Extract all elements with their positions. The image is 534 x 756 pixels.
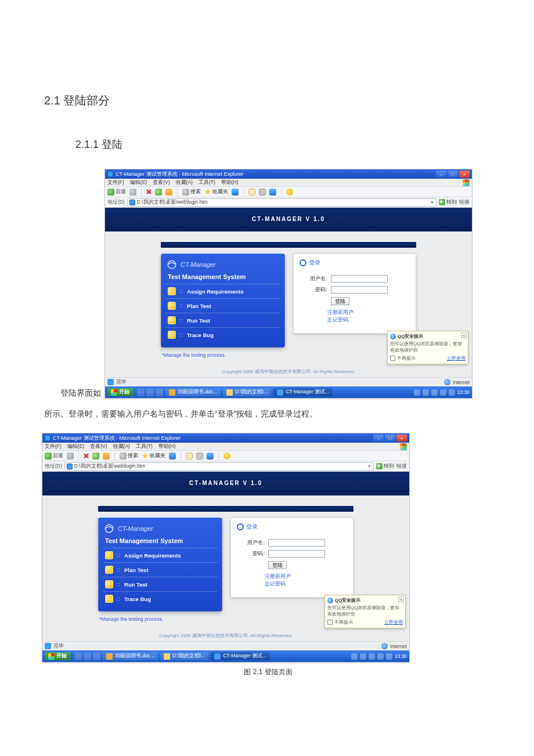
tray-icon[interactable] [360, 653, 366, 660]
messenger-icon[interactable] [223, 453, 230, 460]
login-panel: 登录 用户名: 密码: 登陆 注册新用户 忘记密码 [293, 254, 416, 334]
tray-icon[interactable] [414, 389, 420, 396]
links-label[interactable]: 链接 [459, 199, 470, 206]
feature-label: Run Test [187, 317, 210, 324]
close-button[interactable]: × [396, 435, 407, 442]
quick-launch-item[interactable] [74, 653, 82, 660]
home-icon[interactable] [103, 453, 110, 460]
edit-icon[interactable] [269, 189, 276, 196]
start-button[interactable]: 开始 [45, 652, 70, 660]
quick-launch-item[interactable] [84, 653, 91, 660]
status-text: 完毕 [53, 643, 64, 650]
word-icon [169, 389, 175, 396]
popup-checkbox[interactable] [327, 620, 333, 625]
start-button[interactable]: 开始 [107, 388, 133, 396]
menu-view[interactable]: 查看(V) [153, 179, 169, 186]
register-link[interactable]: 注册新用户 [265, 573, 347, 580]
tray-icon[interactable] [351, 653, 358, 660]
menu-help[interactable]: 帮助(H) [221, 179, 239, 186]
favorites-button[interactable]: 收藏夹 [142, 453, 165, 460]
taskbar-task-word[interactable]: 功能说明书.doc... [165, 388, 221, 396]
media-icon[interactable] [169, 453, 176, 460]
menu-tools[interactable]: 工具(T) [199, 179, 215, 186]
popup-close-button[interactable]: × [461, 332, 467, 338]
password-input[interactable] [268, 550, 325, 558]
login-button[interactable]: 登陆 [331, 297, 349, 305]
edit-icon[interactable] [207, 453, 214, 460]
password-label: 密码: [310, 286, 327, 294]
forward-icon[interactable] [67, 453, 74, 460]
forward-icon[interactable] [129, 189, 136, 196]
register-link[interactable]: 注册新用户 [327, 309, 410, 316]
minimize-button[interactable]: – [436, 171, 446, 178]
taskbar-task-folder[interactable]: D:\我的文档\... [223, 388, 271, 396]
search-button[interactable]: 搜索 [120, 453, 138, 460]
taskbar-task-folder[interactable]: D:\我的文档\... [160, 652, 208, 660]
tray-icon[interactable] [369, 653, 375, 660]
go-button[interactable]: 转到 [439, 199, 457, 206]
stop-icon[interactable] [84, 453, 89, 458]
taskbar-task-ie[interactable]: CT-Manager 测试... [211, 652, 270, 660]
popup-learn-link[interactable]: 立即使用 [447, 355, 466, 361]
popup-checkbox[interactable] [390, 356, 395, 361]
menu-fav[interactable]: 收藏(A) [113, 443, 130, 450]
back-button[interactable]: 后退 [107, 189, 126, 196]
print-icon[interactable] [259, 189, 266, 196]
back-button[interactable]: 后退 [45, 453, 63, 460]
chevron-down-icon[interactable]: ▼ [430, 200, 434, 204]
close-button[interactable]: × [459, 171, 470, 178]
tray-icon[interactable] [440, 389, 446, 396]
chevron-down-icon[interactable]: ▼ [367, 464, 371, 468]
taskbar-task-word[interactable]: 功能说明书.doc... [103, 652, 158, 660]
maximize-button[interactable]: □ [448, 171, 458, 178]
address-input[interactable]: D:\我的文档\桌面\web\login.htm ▼ [64, 462, 374, 471]
maximize-button[interactable]: □ [385, 435, 395, 442]
username-input[interactable] [331, 275, 388, 283]
refresh-icon[interactable] [155, 189, 162, 196]
tray-icon[interactable] [386, 653, 392, 660]
quick-launch [74, 653, 100, 660]
print-icon[interactable] [196, 453, 203, 460]
messenger-icon[interactable] [286, 189, 293, 196]
search-button[interactable]: 搜索 [182, 189, 201, 196]
quick-launch-item[interactable] [146, 389, 154, 396]
taskbar-task-ie[interactable]: CT-Manager 测试... [273, 388, 333, 396]
forgot-password-link[interactable]: 忘记密码 [327, 316, 410, 324]
popup-learn-link[interactable]: 立即使用 [384, 619, 403, 625]
go-button[interactable]: 转到 [376, 463, 394, 470]
tray-icon[interactable] [423, 389, 429, 396]
forgot-password-link[interactable]: 忘记密码 [265, 580, 347, 588]
tray-icon[interactable] [449, 389, 455, 396]
stop-icon[interactable] [146, 189, 151, 194]
quick-launch-item[interactable] [156, 389, 163, 396]
go-icon [376, 463, 383, 469]
address-input[interactable]: D:\我的文档\桌面\web\login.htm ▼ [127, 198, 436, 207]
links-label[interactable]: 链接 [396, 463, 407, 470]
star-icon [204, 189, 211, 196]
login-button[interactable]: 登陆 [268, 561, 287, 569]
menu-fav[interactable]: 收藏(A) [176, 179, 193, 186]
mail-icon[interactable] [186, 453, 193, 460]
favorites-button[interactable]: 收藏夹 [204, 189, 228, 196]
quick-launch-item[interactable] [137, 389, 145, 396]
menu-help[interactable]: 帮助(H) [158, 443, 176, 450]
menu-edit[interactable]: 编辑(E) [130, 179, 147, 186]
figure-1-row: 登陆界面如 CT-Manager 测试管理系统 - Microsoft Inte… [44, 169, 495, 399]
menu-file[interactable]: 文件(F) [45, 443, 62, 450]
tray-icon[interactable] [377, 653, 384, 660]
mail-icon[interactable] [248, 189, 255, 196]
menu-view[interactable]: 查看(V) [90, 443, 107, 450]
refresh-icon[interactable] [92, 453, 99, 460]
menu-edit[interactable]: 编辑(E) [67, 443, 84, 450]
home-icon[interactable] [165, 189, 172, 196]
popup-close-button[interactable]: × [398, 596, 404, 602]
search-icon [182, 189, 189, 196]
menu-tools[interactable]: 工具(T) [136, 443, 153, 450]
tray-icon[interactable] [431, 389, 438, 396]
quick-launch-item[interactable] [93, 653, 100, 660]
minimize-button[interactable]: – [373, 435, 384, 442]
username-input[interactable] [268, 539, 325, 547]
media-icon[interactable] [232, 189, 239, 196]
password-input[interactable] [331, 286, 388, 294]
menu-file[interactable]: 文件(F) [107, 179, 124, 186]
